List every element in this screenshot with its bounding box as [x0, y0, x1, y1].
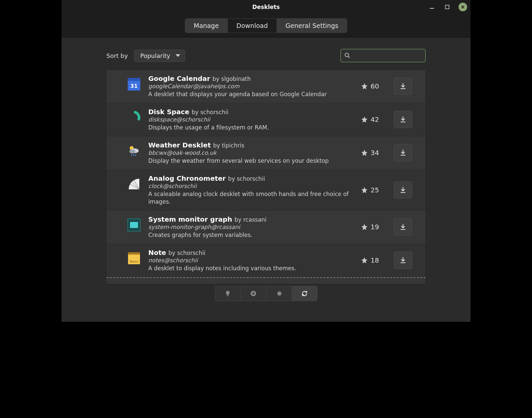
download-button[interactable]	[394, 144, 412, 161]
refresh-icon	[301, 290, 308, 297]
item-id: clock@schorschii	[148, 183, 349, 189]
download-button[interactable]	[394, 252, 412, 269]
disk-icon	[126, 110, 142, 125]
uninstall-button[interactable]	[241, 286, 266, 301]
calendar-icon: 31	[126, 77, 142, 92]
tab-download[interactable]: Download	[228, 19, 277, 33]
list-item[interactable]: Analog Chronometer by schorschii clock@s…	[106, 170, 426, 211]
item-info: Weather Desklet by tipichris bbcwx@oak-w…	[148, 141, 349, 165]
star-icon	[361, 149, 368, 156]
list-item[interactable]: Disk Space by schorschii diskspace@schor…	[106, 103, 426, 136]
item-info: Google Calendar by slgobinath googleCale…	[148, 75, 349, 98]
item-id: googleCalendar@javahelps.com	[148, 83, 349, 90]
close-button[interactable]	[459, 3, 467, 11]
svg-line-5	[348, 56, 350, 58]
download-icon	[399, 186, 407, 194]
item-info: Disk Space by schorschii diskspace@schor…	[148, 108, 349, 131]
item-desc: A desklet that displays your agenda base…	[148, 91, 349, 98]
list-item[interactable]: 31 Google Calendar by slgobinath googleC…	[106, 70, 426, 103]
svg-line-12	[133, 154, 134, 156]
settings-button[interactable]	[266, 286, 292, 301]
item-author: schorschii	[237, 175, 265, 182]
svg-point-10	[129, 149, 135, 153]
clock-icon	[126, 176, 142, 192]
download-icon	[399, 83, 407, 90]
titlebar: Desklets	[62, 0, 470, 14]
sort-value: Popularity	[140, 52, 170, 59]
item-name: Disk Space	[148, 108, 189, 116]
star-icon	[361, 223, 368, 231]
refresh-button[interactable]	[292, 286, 317, 301]
item-name: Analog Chronometer	[148, 174, 226, 182]
controls-row: Sort by Popularity	[106, 49, 426, 62]
item-stars: 42	[356, 115, 379, 123]
item-name: System monitor graph	[148, 215, 232, 223]
sort-control: Sort by Popularity	[106, 50, 185, 62]
item-desc: Displays the usage of a filesystem or RA…	[148, 124, 349, 131]
info-button[interactable]	[215, 286, 241, 301]
item-name: Note	[148, 249, 166, 257]
item-desc: A desklet to display notes including var…	[148, 265, 349, 272]
download-button[interactable]	[394, 218, 412, 236]
minimize-button[interactable]	[428, 3, 436, 11]
star-icon	[361, 257, 368, 264]
list-item[interactable]: Weather Desklet by tipichris bbcwx@oak-w…	[106, 136, 426, 170]
item-id: diskspace@schorschii	[148, 116, 349, 123]
sort-label: Sort by	[106, 52, 128, 59]
download-button[interactable]	[394, 181, 412, 199]
tab-bar: Manage Download General Settings	[62, 14, 470, 38]
item-id: system-monitor-graph@rcassani	[148, 224, 349, 230]
item-author: rcassani	[243, 216, 267, 223]
maximize-button[interactable]	[443, 3, 451, 11]
monitor-icon	[126, 217, 142, 233]
list-item[interactable]: System monitor graph by rcassani system-…	[106, 211, 426, 244]
download-button[interactable]	[394, 78, 412, 95]
item-author: schorschii	[177, 250, 205, 256]
item-stars: 18	[356, 256, 379, 264]
content-area: Sort by Popularity 31 Google Calend	[62, 38, 470, 322]
download-icon	[399, 116, 407, 123]
item-name: Weather Desklet	[148, 141, 211, 149]
close-circle-icon	[250, 290, 257, 297]
download-button[interactable]	[394, 111, 412, 128]
list-item[interactable]: Notes Note by schorschii notes@schorschi…	[106, 244, 426, 277]
download-icon	[399, 257, 407, 264]
item-id: notes@schorschii	[148, 257, 349, 264]
svg-line-13	[135, 154, 136, 156]
toolbar-group	[215, 286, 318, 301]
star-icon	[361, 83, 368, 90]
tab-manage[interactable]: Manage	[185, 19, 228, 33]
search-input[interactable]	[353, 52, 421, 59]
gear-icon	[275, 290, 283, 297]
search-icon	[344, 52, 351, 59]
svg-rect-1	[446, 5, 449, 9]
window-controls	[428, 0, 467, 14]
lightbulb-icon	[224, 290, 231, 297]
sort-select[interactable]: Popularity	[134, 50, 185, 62]
item-id: bbcwx@oak-wood.co.uk	[148, 149, 349, 156]
item-stars: 34	[356, 149, 379, 157]
download-icon	[399, 223, 407, 231]
tab-general-settings[interactable]: General Settings	[277, 19, 347, 33]
item-author: schorschii	[200, 109, 229, 115]
item-author: slgobinath	[221, 76, 251, 82]
item-desc: Creates graphs for system variables.	[148, 231, 349, 239]
note-icon: Notes	[126, 251, 142, 266]
bottom-toolbar	[106, 285, 426, 306]
chevron-down-icon	[176, 54, 180, 57]
svg-point-4	[345, 53, 349, 57]
list-item-cutoff	[106, 277, 426, 284]
item-stars: 25	[356, 186, 379, 194]
star-icon	[361, 116, 368, 123]
desklets-window: Desklets Manage Download General Setting…	[62, 0, 470, 322]
weather-icon	[126, 143, 142, 158]
svg-line-11	[131, 154, 132, 156]
item-name: Google Calendar	[148, 75, 210, 83]
search-box[interactable]	[340, 49, 426, 62]
item-desc: Display the weather from several web ser…	[148, 157, 349, 165]
download-icon	[399, 149, 407, 156]
window-title: Desklets	[252, 4, 280, 10]
tab-group: Manage Download General Settings	[185, 18, 347, 33]
item-stars: 60	[356, 82, 379, 90]
item-info: Analog Chronometer by schorschii clock@s…	[148, 174, 349, 206]
